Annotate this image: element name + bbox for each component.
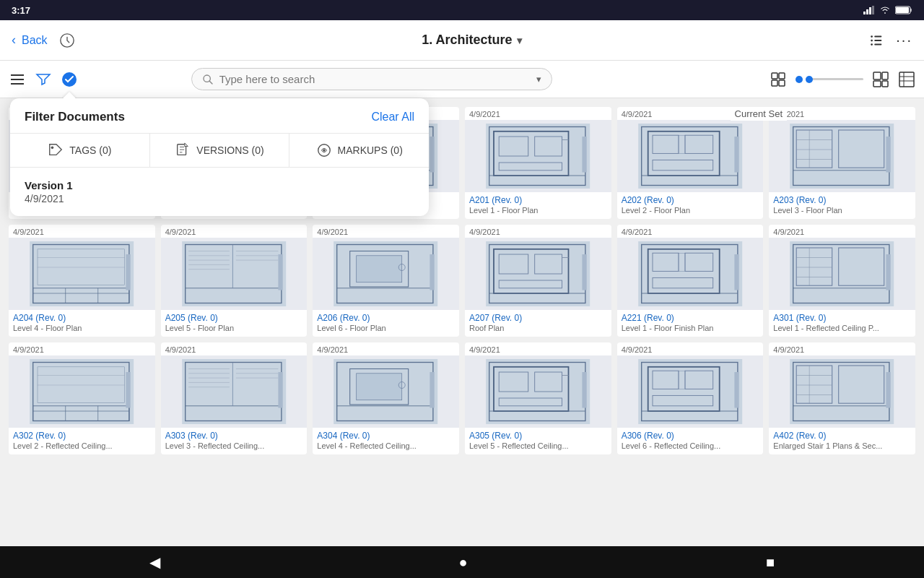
menu-icon[interactable] (9, 71, 26, 88)
svg-rect-131 (638, 241, 742, 306)
doc-thumbnail (769, 120, 915, 192)
tags-tab-label: TAGS (0) (69, 144, 111, 156)
signal-icon (863, 6, 875, 14)
filter-tab-versions[interactable]: VERSIONS (0) (150, 134, 290, 167)
back-label[interactable]: Back (22, 34, 48, 47)
doc-card[interactable]: 4/9/2021 A221 (Rev. 0) Level 1 - Floor F… (617, 225, 764, 337)
doc-thumbnail (769, 238, 915, 310)
svg-rect-15 (11, 79, 24, 80)
doc-card[interactable]: 4/9/2021 A301 (Rev. 0) Level 1 - Reflect… (769, 225, 915, 337)
doc-card[interactable]: 4/9/2021 A201 (Rev. 0) Level 1 - Floor P… (465, 107, 611, 219)
svg-rect-129 (583, 254, 587, 290)
doc-card[interactable]: 4/9/2021 A202 (Rev. 0) Level 2 - Floor P… (617, 107, 764, 219)
svg-rect-113 (278, 254, 282, 290)
filter-title: Filter Documents (25, 110, 125, 124)
slider-dot (796, 76, 803, 83)
doc-card[interactable]: 4/9/2021 A207 (Rev. 0) Roof Plan (465, 225, 611, 337)
toolbar: ▾ (0, 61, 924, 98)
doc-date: 4/9/2021 (465, 107, 611, 120)
doc-date: 4/9/2021 (617, 342, 764, 355)
svg-point-10 (871, 39, 873, 41)
doc-date: 4/9/2021 (313, 342, 459, 355)
svg-rect-78 (734, 137, 738, 173)
tag-icon (48, 142, 64, 158)
doc-date: 4/9/2021 (9, 342, 155, 355)
more-options-icon[interactable]: ··· (896, 32, 912, 48)
checkmark-icon[interactable] (61, 71, 78, 88)
doc-title: A301 (Rev. 0) (769, 310, 915, 324)
doc-thumbnail (617, 355, 764, 428)
svg-rect-21 (772, 80, 777, 86)
svg-rect-178 (430, 372, 435, 408)
doc-subtitle: Level 3 - Reflected Ceiling... (161, 441, 308, 454)
doc-title: A306 (Rev. 0) (617, 428, 764, 441)
svg-rect-26 (882, 81, 888, 87)
doc-subtitle: Level 6 - Floor Plan (313, 324, 459, 337)
doc-subtitle: Roof Plan (465, 324, 611, 337)
battery-icon (895, 6, 912, 14)
doc-title: A201 (Rev. 0) (465, 192, 611, 206)
doc-subtitle: Level 2 - Floor Plan (617, 206, 764, 219)
doc-title: A205 (Rev. 0) (161, 310, 308, 324)
slider-track[interactable] (806, 78, 863, 80)
version-item[interactable]: Version 1 4/9/2021 (25, 179, 414, 204)
svg-rect-119 (430, 254, 435, 290)
svg-rect-72 (638, 124, 742, 189)
svg-rect-27 (899, 72, 914, 87)
doc-card[interactable]: 4/9/2021 A302 (Rev. 0) Level 2 - Reflect… (9, 342, 155, 454)
chevron-left-icon: ‹ (12, 33, 16, 48)
doc-date: 4/9/2021 (161, 225, 308, 238)
back-button[interactable]: ‹ Back (12, 33, 75, 48)
search-dropdown-icon[interactable]: ▾ (536, 74, 541, 85)
grid-large-icon[interactable] (872, 71, 889, 88)
doc-subtitle: Level 5 - Reflected Ceiling... (465, 441, 611, 454)
nav-home-button[interactable]: ● (444, 548, 481, 577)
svg-rect-60 (430, 137, 435, 173)
doc-title: A302 (Rev. 0) (9, 428, 155, 441)
clear-all-button[interactable]: Clear All (371, 111, 414, 124)
filter-header: Filter Documents Clear All (10, 98, 429, 134)
svg-rect-149 (886, 254, 891, 290)
svg-rect-172 (278, 372, 282, 408)
nav-recent-button[interactable]: ■ (751, 548, 789, 577)
doc-card[interactable]: 4/9/2021 A205 (Rev. 0) Level 5 - Floor P… (161, 225, 308, 337)
doc-date: 4/9/2021 (617, 225, 764, 238)
dropdown-arrow-icon[interactable]: ▾ (517, 35, 522, 46)
slider-thumb[interactable] (806, 76, 813, 83)
search-input[interactable] (219, 73, 536, 85)
doc-card[interactable]: 4/9/2021 A206 (Rev. 0) Level 6 - Floor P… (313, 225, 459, 337)
doc-title: A221 (Rev. 0) (617, 310, 764, 324)
doc-thumbnail (465, 238, 611, 310)
grid-small-icon[interactable] (770, 71, 787, 88)
svg-rect-9 (875, 35, 882, 37)
doc-thumbnail (9, 238, 155, 310)
filter-icon[interactable] (35, 71, 52, 88)
doc-thumbnail (313, 355, 459, 428)
list-view-icon[interactable] (868, 33, 884, 48)
doc-card[interactable]: 4/9/2021 A305 (Rev. 0) Level 5 - Reflect… (465, 342, 611, 454)
doc-date: 4/9/2021 (465, 225, 611, 238)
svg-rect-1 (866, 9, 868, 14)
nav-back-button[interactable]: ◀ (135, 548, 175, 577)
filter-tab-markups[interactable]: MARKUPS (0) (289, 134, 429, 167)
doc-card[interactable]: 4/9/2021 A204 (Rev. 0) Level 4 - Floor P… (9, 225, 155, 337)
history-icon[interactable] (59, 33, 75, 48)
svg-rect-188 (583, 372, 587, 408)
svg-rect-91 (30, 241, 134, 306)
doc-card[interactable]: 4/9/2021 A304 (Rev. 0) Level 4 - Reflect… (313, 342, 459, 454)
doc-card[interactable]: 4/9/2021 A203 (Rev. 0) Level 3 - Floor P… (769, 107, 915, 219)
svg-rect-3 (872, 6, 874, 14)
filter-tab-tags[interactable]: TAGS (0) (10, 134, 150, 167)
svg-rect-13 (875, 43, 882, 45)
doc-card[interactable]: 4/9/2021 A303 (Rev. 0) Level 3 - Reflect… (161, 342, 308, 454)
doc-subtitle: Level 1 - Reflected Ceiling P... (769, 324, 915, 337)
markups-tab-label: MARKUPS (0) (338, 144, 403, 156)
doc-title: A204 (Rev. 0) (9, 310, 155, 324)
table-view-icon[interactable] (898, 71, 915, 88)
search-container: ▾ (191, 68, 552, 90)
doc-card[interactable]: 4/9/2021 A306 (Rev. 0) Level 6 - Reflect… (617, 342, 764, 454)
current-set-label: Current Set (731, 107, 787, 121)
doc-card[interactable]: 4/9/2021 A402 (Rev. 0) Enlarged Stair 1 … (769, 342, 915, 454)
doc-title: A303 (Rev. 0) (161, 428, 308, 441)
doc-thumbnail (161, 355, 308, 428)
